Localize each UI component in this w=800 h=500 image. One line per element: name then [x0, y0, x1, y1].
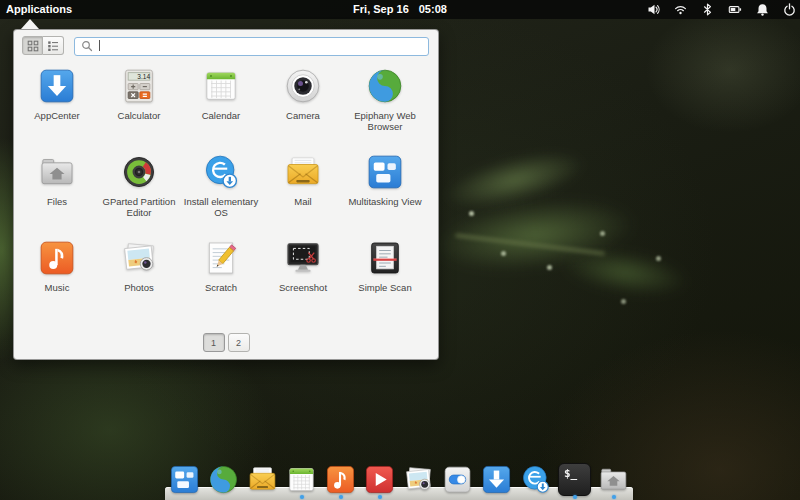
- install-elementary-os-icon: [201, 152, 241, 192]
- terminal-icon: $_: [558, 463, 591, 496]
- list-view-icon: [47, 40, 59, 52]
- files-icon: [37, 152, 77, 192]
- photos-icon: [402, 463, 435, 496]
- simple-scan-icon: [365, 238, 405, 278]
- music-icon: [324, 463, 357, 496]
- app-label: Photos: [124, 282, 154, 293]
- app-label: Camera: [286, 110, 320, 121]
- grid-view-button[interactable]: [22, 36, 43, 55]
- running-indicator: [378, 495, 382, 499]
- running-indicator: [573, 495, 577, 499]
- app-item-calculator[interactable]: 3.14 Calculator: [98, 60, 180, 146]
- videos-icon: [363, 463, 396, 496]
- dock-items: $_: [168, 463, 630, 496]
- popover-header: [22, 36, 429, 55]
- app-item-music[interactable]: Music: [16, 232, 98, 318]
- dock-item-mail[interactable]: [246, 463, 279, 496]
- app-label: Install elementary OS: [182, 196, 260, 218]
- app-label: Calendar: [202, 110, 241, 121]
- system-settings-icon: [441, 463, 474, 496]
- pagination: 1 2: [14, 333, 438, 352]
- app-item-multitasking-view[interactable]: Multitasking View: [344, 146, 426, 232]
- terminal-glyph: $_: [559, 464, 590, 480]
- search-icon: [81, 40, 93, 52]
- applications-popover: AppCenter 3.14 Calculator Calendar Camer…: [13, 29, 439, 360]
- dock-item-system-settings[interactable]: [441, 463, 474, 496]
- panel-time: 05:08: [419, 3, 447, 15]
- app-label: Multitasking View: [348, 196, 421, 207]
- dock-item-photos[interactable]: [402, 463, 435, 496]
- photos-icon: [119, 238, 159, 278]
- app-item-scratch[interactable]: Scratch: [180, 232, 262, 318]
- screenshot-icon: [283, 238, 323, 278]
- music-icon: [37, 238, 77, 278]
- text-caret: [99, 40, 100, 51]
- grid-view-icon: [27, 40, 39, 52]
- app-label: Files: [47, 196, 67, 207]
- mail-icon: [283, 152, 323, 192]
- calendar-icon: [201, 66, 241, 106]
- running-indicator: [612, 495, 616, 499]
- app-item-gparted[interactable]: GParted Partition Editor: [98, 146, 180, 232]
- running-indicator: [339, 495, 343, 499]
- notifications-icon[interactable]: [756, 3, 769, 16]
- files-icon: [597, 463, 630, 496]
- appcenter-icon: [480, 463, 513, 496]
- dock-item-videos[interactable]: [363, 463, 396, 496]
- app-label: Mail: [294, 196, 311, 207]
- app-item-epiphany-web-browser[interactable]: Epiphany Web Browser: [344, 60, 426, 146]
- calendar-icon: [285, 463, 318, 496]
- dock-item-epiphany-web-browser[interactable]: [207, 463, 240, 496]
- app-label: GParted Partition Editor: [100, 196, 178, 218]
- app-label: Screenshot: [279, 282, 327, 293]
- search-input[interactable]: [74, 37, 429, 56]
- wifi-icon[interactable]: [674, 3, 687, 16]
- bluetooth-icon[interactable]: [701, 3, 714, 16]
- dock-item-terminal[interactable]: $_: [558, 463, 591, 496]
- panel-date: Fri, Sep 16: [353, 3, 409, 15]
- search-box: [74, 36, 429, 55]
- page-2-button[interactable]: 2: [228, 333, 250, 352]
- appcenter-icon: [37, 66, 77, 106]
- volume-icon[interactable]: [647, 3, 660, 16]
- app-item-camera[interactable]: Camera: [262, 60, 344, 146]
- gparted-icon: [119, 152, 159, 192]
- app-label: Music: [45, 282, 70, 293]
- page-1-button[interactable]: 1: [203, 333, 225, 352]
- dock-item-files[interactable]: [597, 463, 630, 496]
- running-indicator: [300, 495, 304, 499]
- dock-item-music[interactable]: [324, 463, 357, 496]
- multitasking-view-icon: [365, 152, 405, 192]
- app-item-simple-scan[interactable]: Simple Scan: [344, 232, 426, 318]
- app-item-screenshot[interactable]: Screenshot: [262, 232, 344, 318]
- top-panel: Applications Fri, Sep 1605:08: [0, 0, 800, 19]
- view-toggle: [22, 36, 64, 55]
- battery-icon[interactable]: [728, 3, 742, 16]
- app-label: Calculator: [118, 110, 161, 121]
- dock-item-appcenter[interactable]: [480, 463, 513, 496]
- dock-item-install-elementary-os[interactable]: [519, 463, 552, 496]
- app-grid: AppCenter 3.14 Calculator Calendar Camer…: [16, 60, 426, 318]
- dock-item-multitasking-view[interactable]: [168, 463, 201, 496]
- app-item-appcenter[interactable]: AppCenter: [16, 60, 98, 146]
- popover-pointer: [21, 19, 39, 29]
- app-item-mail[interactable]: Mail: [262, 146, 344, 232]
- dock: $_: [165, 460, 633, 500]
- list-view-button[interactable]: [43, 36, 64, 55]
- app-label: Epiphany Web Browser: [346, 110, 424, 132]
- calculator-icon: [119, 66, 159, 106]
- mail-icon: [246, 463, 279, 496]
- app-item-calendar[interactable]: Calendar: [180, 60, 262, 146]
- app-item-install-elementary-os[interactable]: Install elementary OS: [180, 146, 262, 232]
- app-item-files[interactable]: Files: [16, 146, 98, 232]
- applications-menu-button[interactable]: Applications: [6, 0, 72, 19]
- calculator-display-value: 3.14: [127, 73, 150, 80]
- panel-status-area: [647, 0, 796, 19]
- scratch-icon: [201, 238, 241, 278]
- dock-item-calendar[interactable]: [285, 463, 318, 496]
- camera-icon: [283, 66, 323, 106]
- power-icon[interactable]: [783, 3, 796, 16]
- app-item-photos[interactable]: Photos: [98, 232, 180, 318]
- multitasking-view-icon: [168, 463, 201, 496]
- epiphany-web-browser-icon: [365, 66, 405, 106]
